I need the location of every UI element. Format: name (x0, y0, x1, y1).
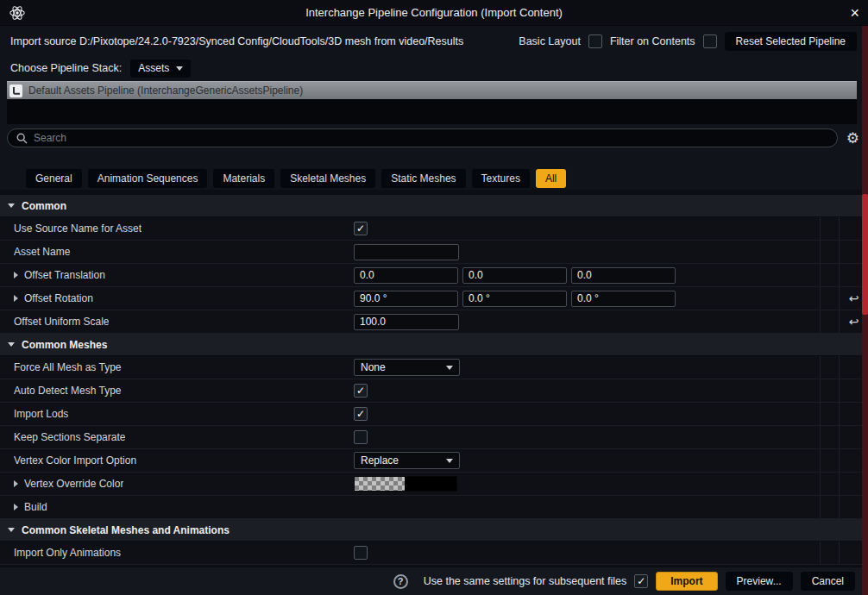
divider-cell (821, 356, 840, 379)
property-row-vertex-color-import-option: Vertex Color Import OptionReplace (0, 449, 868, 473)
import-only-animations-checkbox[interactable] (354, 546, 368, 560)
pipeline-list-item[interactable]: Default Assets Pipeline (InterchangeGene… (7, 81, 857, 99)
row-right-zone (820, 496, 868, 518)
toolbar: Import source D:/Pixotope/24.2.0-7923/Sy… (0, 26, 868, 57)
auto-detect-mesh-type-checkbox[interactable]: ✓ (354, 384, 368, 398)
chevron-down-icon (8, 528, 15, 532)
section-header-common[interactable]: Common (0, 195, 868, 217)
divider-cell (821, 264, 840, 286)
property-label: Asset Name (0, 241, 354, 263)
section-header-common-meshes[interactable]: Common Meshes (0, 334, 868, 356)
vertex-color-import-option-selected-value: Replace (361, 454, 399, 467)
property-value (354, 473, 820, 495)
tab-animation-sequences[interactable]: Animation Sequences (88, 169, 208, 188)
property-row-build: Build (0, 496, 868, 519)
force-all-mesh-as-type-dropdown[interactable]: None (354, 359, 460, 376)
divider-cell (821, 496, 840, 518)
offset-uniform-scale-input[interactable] (354, 314, 459, 330)
chevron-down-icon (8, 204, 15, 208)
tab-all[interactable]: All (536, 169, 566, 188)
chevron-down-icon (446, 366, 453, 370)
property-label: Use Source Name for Asset (0, 217, 354, 240)
alpha-checker (355, 477, 405, 491)
property-label: Offset Rotation (0, 287, 354, 310)
property-label-text: Use Source Name for Asset (14, 222, 142, 235)
import-lods-checkbox[interactable]: ✓ (354, 407, 368, 421)
reset-to-default-icon[interactable]: ↩ (849, 292, 859, 304)
search-row: ⚙ (0, 126, 868, 150)
property-row-import-only-animations: Import Only Animations (0, 542, 868, 565)
offset-rotation-input-y[interactable] (462, 291, 567, 307)
offset-translation-input-z[interactable] (571, 267, 676, 284)
property-label: Import Only Animations (0, 542, 354, 564)
preview-button[interactable]: Preview... (726, 572, 793, 591)
property-row-offset-rotation: Offset Rotation↩ (0, 287, 868, 310)
property-value: ✓ (354, 403, 820, 425)
pipeline-stack-row: Choose Pipeline Stack: Assets (0, 57, 868, 79)
offset-translation-input-y[interactable] (462, 267, 567, 284)
keep-sections-separate-checkbox[interactable] (354, 430, 368, 444)
scrollbar-thumb[interactable] (862, 194, 868, 315)
chevron-down-icon (446, 459, 453, 463)
divider-cell (821, 473, 840, 495)
divider-cell (821, 449, 840, 472)
property-label: Force All Mesh as Type (0, 356, 354, 379)
row-right-zone (820, 241, 868, 263)
property-row-force-all-mesh-as-type: Force All Mesh as TypeNone (0, 356, 868, 379)
subsequent-files-checkbox[interactable]: ✓ (634, 574, 648, 588)
force-all-mesh-as-type-selected-value: None (361, 361, 386, 373)
property-value: ✓ (354, 217, 820, 240)
section-header-common-skeletal-meshes-and-animations[interactable]: Common Skeletal Meshes and Animations (0, 519, 868, 542)
property-row-import-lods: Import Lods✓ (0, 403, 868, 426)
property-row-offset-uniform-scale: Offset Uniform Scale↩ (0, 310, 868, 334)
tab-static-meshes[interactable]: Static Meshes (381, 169, 465, 188)
help-icon[interactable]: ? (393, 574, 408, 589)
pipeline-stack-dropdown[interactable]: Assets (130, 60, 191, 78)
property-value (354, 310, 820, 333)
tab-skeletal-meshes[interactable]: Skeletal Meshes (280, 169, 375, 188)
expand-arrow-icon[interactable] (14, 480, 18, 487)
property-label-text: Vertex Override Color (24, 478, 123, 490)
chevron-down-icon (8, 342, 15, 347)
basic-layout-checkbox[interactable] (588, 34, 602, 48)
expand-arrow-icon[interactable] (14, 295, 18, 302)
property-value (354, 241, 820, 263)
property-value: None (354, 356, 820, 379)
property-label-text: Import Lods (14, 408, 68, 420)
tab-textures[interactable]: Textures (472, 169, 530, 188)
close-button[interactable]: × (850, 5, 859, 21)
pipeline-stack-icon (9, 85, 22, 97)
import-button[interactable]: Import (656, 572, 717, 591)
property-label: Auto Detect Mesh Type (0, 379, 354, 402)
tab-general[interactable]: General (26, 169, 82, 188)
property-row-use-source-name-for-asset: Use Source Name for Asset✓ (0, 217, 868, 241)
section-title: Common Skeletal Meshes and Animations (22, 524, 230, 536)
expand-arrow-icon[interactable] (14, 272, 18, 279)
pipeline-list: Default Assets Pipeline (InterchangeGene… (7, 81, 857, 124)
row-right-zone (820, 473, 868, 495)
reset-to-default-icon[interactable]: ↩ (849, 316, 859, 328)
property-label: Import Lods (0, 403, 354, 425)
offset-rotation-input-z[interactable] (571, 291, 676, 307)
filter-on-contents-checkbox[interactable] (703, 34, 717, 48)
property-row-auto-detect-mesh-type: Auto Detect Mesh Type✓ (0, 379, 868, 403)
property-value (354, 264, 820, 286)
tab-materials[interactable]: Materials (213, 169, 274, 188)
property-label-text: Build (24, 501, 47, 513)
vertex-override-color-swatch[interactable] (354, 476, 457, 492)
property-row-asset-name: Asset Name (0, 241, 868, 264)
pipeline-stack-selected-value: Assets (138, 62, 169, 74)
property-label-text: Auto Detect Mesh Type (14, 385, 122, 397)
search-input[interactable] (34, 132, 828, 144)
gear-icon[interactable]: ⚙ (846, 131, 859, 146)
cancel-button[interactable]: Cancel (801, 572, 855, 591)
use-source-name-for-asset-checkbox[interactable]: ✓ (354, 222, 368, 235)
properties-panel: CommonUse Source Name for Asset✓Asset Na… (0, 190, 868, 567)
offset-rotation-input-x[interactable] (354, 291, 458, 307)
vertex-color-import-option-dropdown[interactable]: Replace (354, 452, 460, 469)
asset-name-input[interactable] (354, 244, 459, 260)
reset-selected-pipeline-button[interactable]: Reset Selected Pipeline (725, 32, 857, 51)
row-right-zone (820, 217, 868, 240)
offset-translation-input-x[interactable] (354, 267, 458, 284)
expand-arrow-icon[interactable] (14, 504, 18, 510)
